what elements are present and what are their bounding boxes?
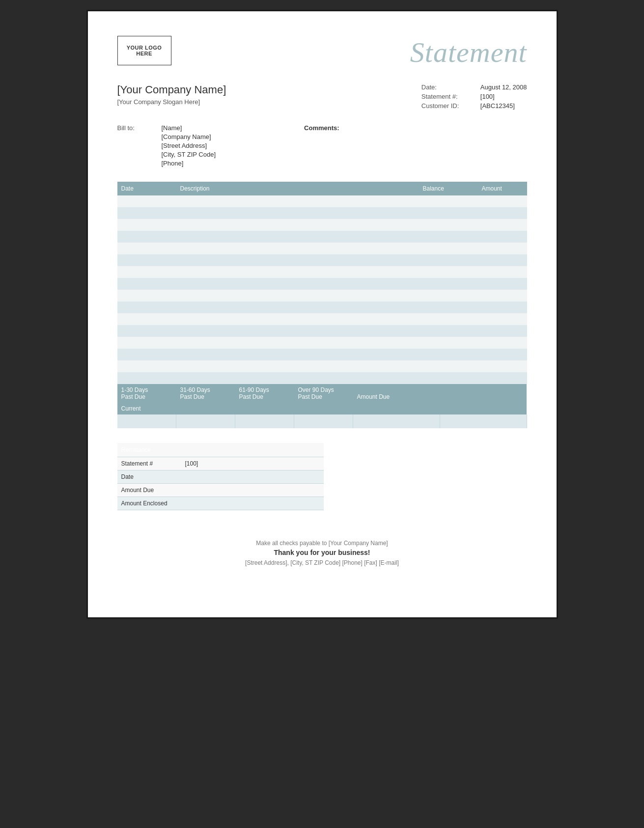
remittance-row-value: [181, 497, 324, 510]
remittance-row: Amount Enclosed: [117, 497, 324, 510]
table-cell: [176, 243, 419, 254]
date-row: Date: August 12, 2008: [421, 83, 527, 91]
bill-company: [Company Name]: [162, 133, 216, 140]
footer-section: Make all checks payable to [Your Company…: [117, 540, 527, 566]
aging-data-61-90: [294, 414, 353, 428]
header-section: YOUR LOGOHERE Statement: [117, 36, 527, 69]
statement-label: Statement #:: [421, 93, 471, 100]
table-row: [117, 243, 527, 254]
bill-to-details: [Name] [Company Name] [Street Address] […: [162, 124, 216, 167]
table-row: [117, 195, 527, 207]
aging-data-1-30: [176, 414, 235, 428]
company-left: [Your Company Name] [Your Company Slogan…: [117, 83, 226, 106]
customer-row: Customer ID: [ABC12345]: [421, 102, 527, 110]
table-cell: [478, 243, 527, 254]
table-row: [117, 290, 527, 302]
col-date-header: Date: [117, 182, 176, 195]
table-cell: [478, 278, 527, 290]
table-cell: [419, 372, 478, 384]
company-name: [Your Company Name]: [117, 83, 226, 96]
footer-address: [Street Address], [City, ST ZIP Code] [P…: [117, 559, 527, 566]
bill-city: [City, ST ZIP Code]: [162, 151, 216, 158]
table-cell: [419, 313, 478, 325]
company-slogan: [Your Company Slogan Here]: [117, 98, 226, 106]
statement-page: YOUR LOGOHERE Statement [Your Company Na…: [86, 10, 558, 619]
statement-title: Statement: [410, 36, 527, 69]
aging-empty-2: [235, 403, 294, 414]
table-cell: [419, 302, 478, 313]
table-cell: [478, 231, 527, 243]
main-table: Date Description Balance Amount: [117, 182, 527, 384]
table-cell: [176, 278, 419, 290]
remittance-title: Remittance: [117, 443, 324, 457]
table-cell: [117, 254, 176, 266]
table-cell: [117, 349, 176, 360]
table-cell: [419, 290, 478, 302]
aging-data-over90: [353, 414, 440, 428]
bill-to-label: Bill to:: [117, 124, 152, 167]
remittance-row-value: [181, 470, 324, 484]
aging-31-60-line1: 31-60 Days: [180, 386, 231, 393]
aging-current-line1: 1-30 Days: [121, 386, 172, 393]
table-cell: [419, 349, 478, 360]
remittance-row: Date: [117, 470, 324, 484]
table-cell: [478, 219, 527, 231]
table-row: [117, 313, 527, 325]
table-cell: [176, 337, 419, 349]
bill-name: [Name]: [162, 124, 216, 132]
table-cell: [117, 313, 176, 325]
table-cell: [176, 302, 419, 313]
bill-street: [Street Address]: [162, 142, 216, 149]
aging-current-label-row: Current: [117, 403, 527, 414]
date-value: August 12, 2008: [480, 83, 527, 91]
table-cell: [478, 290, 527, 302]
comments-label: Comments:: [304, 124, 339, 132]
aging-over90-line1: Over 90 Days: [298, 386, 349, 393]
table-row: [117, 231, 527, 243]
table-cell: [176, 231, 419, 243]
aging-empty-1: [176, 403, 235, 414]
remittance-row-label: Date: [117, 470, 181, 484]
table-cell: [419, 231, 478, 243]
aging-empty-3: [294, 403, 353, 414]
table-row: [117, 266, 527, 278]
col-balance-header: Balance: [419, 182, 478, 195]
table-cell: [117, 243, 176, 254]
table-cell: [117, 290, 176, 302]
table-cell: [419, 337, 478, 349]
aging-31-60-header: 31-60 Days Past Due: [176, 384, 235, 403]
footer-line1: Make all checks payable to [Your Company…: [117, 540, 527, 547]
remittance-row: Amount Due: [117, 484, 324, 497]
table-cell: [117, 207, 176, 219]
billing-section: Bill to: [Name] [Company Name] [Street A…: [117, 124, 527, 167]
table-cell: [478, 266, 527, 278]
remittance-row-label: Statement #: [117, 457, 181, 470]
table-cell: [419, 243, 478, 254]
statement-value: [100]: [480, 93, 495, 100]
customer-value: [ABC12345]: [480, 102, 515, 110]
remittance-header-row: Remittance: [117, 443, 324, 457]
table-cell: [478, 302, 527, 313]
table-cell: [176, 254, 419, 266]
table-cell: [478, 325, 527, 337]
table-row: [117, 372, 527, 384]
table-cell: [419, 266, 478, 278]
table-cell: [478, 349, 527, 360]
table-row: [117, 219, 527, 231]
table-cell: [176, 290, 419, 302]
table-cell: [478, 360, 527, 372]
table-cell: [117, 337, 176, 349]
table-cell: [419, 278, 478, 290]
table-cell: [478, 313, 527, 325]
table-header-row: Date Description Balance Amount: [117, 182, 527, 195]
table-cell: [176, 195, 419, 207]
company-right: Date: August 12, 2008 Statement #: [100]…: [421, 83, 527, 110]
col-amount-header: Amount: [478, 182, 527, 195]
aging-data-amount: [440, 414, 527, 428]
bill-phone: [Phone]: [162, 160, 216, 167]
aging-data-31-60: [235, 414, 294, 428]
col-desc-header: Description: [176, 182, 419, 195]
table-cell: [117, 266, 176, 278]
aging-61-90-header: 61-90 Days Past Due: [235, 384, 294, 403]
aging-table: 1-30 Days Past Due 31-60 Days Past Due 6…: [117, 384, 527, 428]
